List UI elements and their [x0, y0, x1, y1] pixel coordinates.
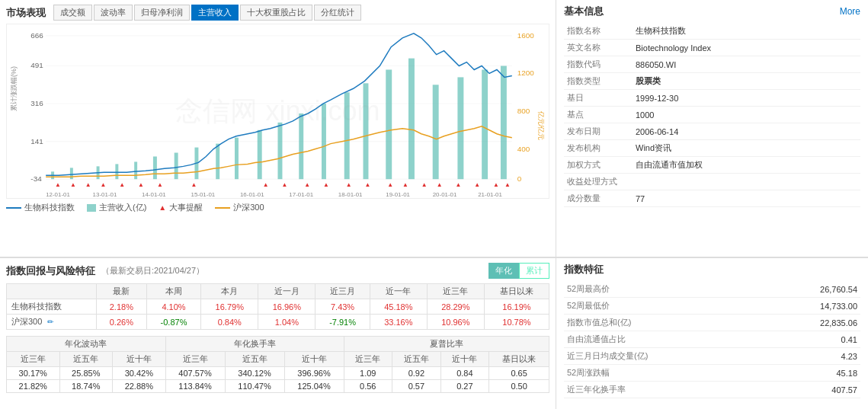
vol-3y-2: 21.82%	[7, 380, 60, 393]
vol-3y-header: 近三年	[7, 352, 60, 367]
svg-text:▲: ▲	[70, 181, 76, 188]
edit-icon[interactable]: ✏	[47, 318, 53, 326]
col-header-3m: 近三月	[315, 284, 370, 299]
svg-text:亿元/亿元: 亿元/亿元	[536, 110, 544, 140]
perf-label-bio: 生物科技指数	[7, 299, 97, 315]
tab-zhuyingshouru[interactable]: 主营收入	[191, 5, 239, 21]
sharpe-since-header: 基日以来	[489, 352, 549, 367]
svg-text:400: 400	[517, 145, 530, 153]
svg-text:▲: ▲	[346, 181, 352, 188]
tab-guimu[interactable]: 归母净利润	[134, 5, 190, 21]
info-label-en: 英文名称	[564, 40, 633, 56]
info-label-publisher: 发布机构	[564, 140, 633, 157]
info-row-baseday: 基日 1999-12-30	[564, 90, 860, 107]
perf-bio-1y: 45.18%	[370, 299, 427, 315]
perf-label-hs300: 沪深300 ✏	[7, 315, 97, 330]
feat-label-3y-turnover: 近三年化换手率	[564, 382, 762, 398]
info-value-pubdate: 2006-06-14	[633, 123, 860, 140]
legend-hs300: 沪深300	[215, 202, 264, 213]
col-header-3y: 近三年	[427, 284, 484, 299]
svg-rect-35	[433, 85, 439, 179]
col-header-empty	[7, 284, 97, 299]
info-value-name: 生物科技指数	[633, 23, 860, 40]
vol-header: 年化波动率	[7, 337, 166, 352]
tab-bodong[interactable]: 波动率	[94, 5, 133, 21]
toggle-annualized[interactable]: 年化	[488, 263, 519, 279]
toggle-buttons[interactable]: 年化 累计	[488, 263, 549, 279]
more-button[interactable]: More	[840, 6, 860, 17]
svg-text:▲: ▲	[119, 181, 125, 188]
sharpe-since-1: 0.65	[489, 367, 549, 380]
svg-text:▲: ▲	[281, 181, 287, 188]
return-title: 指数回报与风险特征	[6, 264, 95, 278]
svg-rect-27	[258, 130, 262, 179]
info-value-weight: 自由流通市值加权	[633, 157, 860, 174]
tab-fenhong[interactable]: 分红统计	[314, 5, 361, 21]
feat-label-float-ratio: 自由流通值占比	[564, 331, 762, 348]
sharpe-10y-2: 0.27	[440, 380, 489, 393]
blue-line-icon	[6, 207, 21, 209]
tab-chengjiao[interactable]: 成交额	[53, 5, 92, 21]
perf-row-hs300: 沪深300 ✏ 0.26% -0.87% 0.84% 1.04% -7.91% …	[7, 315, 549, 330]
perf-bio-week: 4.10%	[146, 299, 200, 315]
info-title: 基本信息	[564, 5, 604, 18]
legend-rev-label: 主营收入(亿)	[99, 202, 146, 213]
svg-text:▲: ▲	[323, 181, 329, 188]
feat-value-low: 14,733.00	[762, 298, 860, 315]
perf-bio-1m: 16.96%	[258, 299, 315, 315]
info-label-code: 指数代码	[564, 56, 633, 73]
tab-shida[interactable]: 十大权重股占比	[240, 5, 312, 21]
turnover-header: 年化换手率	[165, 337, 344, 352]
svg-rect-18	[70, 168, 73, 179]
info-header: 基本信息 More	[564, 5, 860, 18]
toggle-cumulative[interactable]: 累计	[519, 263, 549, 279]
svg-text:▲: ▲	[402, 181, 408, 188]
svg-text:17-01-01: 17-01-01	[289, 191, 313, 198]
market-panel: 市场表现 成交额 波动率 归母净利润 主营收入 十大权重股占比 分红统计 念信网…	[0, 0, 556, 257]
vol-5y-header: 近五年	[59, 352, 113, 367]
feat-row-low: 52周最低价 14,733.00	[564, 298, 860, 315]
orange-line-icon	[215, 207, 230, 209]
perf-hs300-week: -0.87%	[146, 315, 200, 330]
turn-10y-header: 近十年	[284, 352, 344, 367]
svg-text:14-01-01: 14-01-01	[142, 191, 166, 198]
info-value-publisher: Wind资讯	[633, 140, 860, 157]
sharpe-header: 夏普比率	[344, 337, 549, 352]
info-row-publisher: 发布机构 Wind资讯	[564, 140, 860, 157]
svg-text:▲: ▲	[55, 181, 61, 188]
feat-value-3y-turnover: 407.57	[762, 382, 860, 398]
info-row-name: 指数名称 生物科技指数	[564, 23, 860, 40]
svg-text:666: 666	[30, 31, 43, 40]
vol-5y-2: 18.74%	[59, 380, 113, 393]
info-label-type: 指数类型	[564, 73, 633, 90]
svg-text:800: 800	[517, 107, 530, 115]
info-label-weight: 加权方式	[564, 157, 633, 174]
info-row-code: 指数代码 886050.WI	[564, 56, 860, 73]
feat-value-52w-change: 45.18	[762, 365, 860, 382]
legend-revenue: 主营收入(亿)	[87, 202, 146, 213]
perf-bio-month: 16.79%	[201, 299, 258, 315]
sharpe-5y-header: 近五年	[392, 352, 441, 367]
risk-row-1: 30.17% 25.85% 30.42% 407.57% 340.12% 396…	[7, 367, 549, 380]
legend-biotechnology: 生物科技指数	[6, 202, 75, 213]
return-subtitle: （最新交易日:2021/04/27）	[101, 265, 204, 276]
svg-text:▲: ▲	[474, 181, 480, 188]
turn-3y-header: 近三年	[165, 352, 225, 367]
info-row-en: 英文名称 Biotechnology Index	[564, 40, 860, 56]
svg-text:▲: ▲	[455, 181, 461, 188]
perf-hs300-1y: 33.16%	[370, 315, 427, 330]
svg-rect-32	[364, 83, 369, 179]
svg-text:1600: 1600	[517, 31, 535, 40]
red-triangle-icon: ▲	[159, 203, 166, 212]
svg-text:▲: ▲	[387, 181, 393, 188]
risk-row-2: 21.82% 18.74% 22.88% 113.84% 110.47% 125…	[7, 380, 549, 393]
turn-3y-1: 407.57%	[165, 367, 225, 380]
feat-label-low: 52周最低价	[564, 298, 762, 315]
feature-title: 指数特征	[564, 263, 860, 276]
perf-hs300-month: 0.84%	[201, 315, 258, 330]
feat-row-total-cap: 指数市值总和(亿) 22,835.06	[564, 315, 860, 331]
perf-bio-3m: 7.43%	[315, 299, 370, 315]
market-tabs[interactable]: 成交额 波动率 归母净利润 主营收入 十大权重股占比 分红统计	[53, 5, 361, 21]
svg-text:12-01-01: 12-01-01	[46, 191, 70, 198]
vol-5y-1: 25.85%	[59, 367, 113, 380]
